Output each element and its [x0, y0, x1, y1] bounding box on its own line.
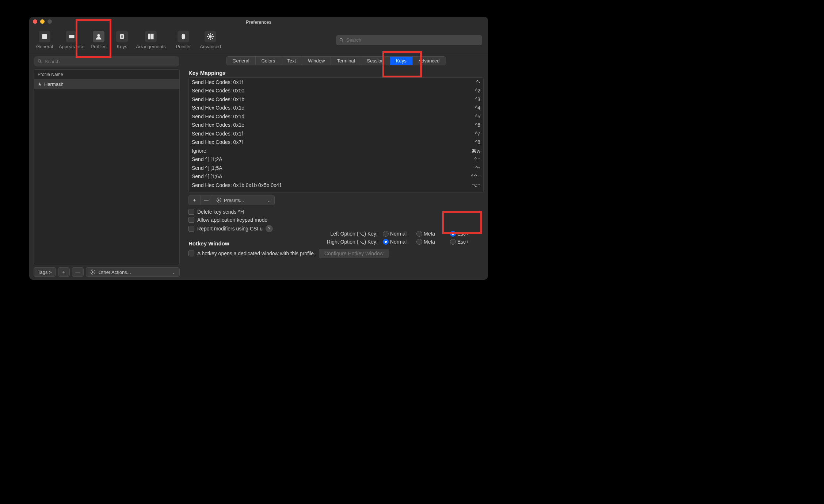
toolbar-profiles[interactable]: Profiles	[86, 31, 111, 49]
mapping-shortcut: ⌥↑	[472, 182, 480, 188]
svg-line-16	[212, 34, 213, 35]
key-mappings-list[interactable]: Send Hex Codes: 0x1f^-Send Hex Codes: 0x…	[188, 77, 484, 193]
delete-sends-h-checkbox[interactable]: Delete key sends ^H	[188, 209, 484, 215]
tags-label: Tags >	[38, 270, 52, 275]
mapping-row[interactable]: Send Hex Codes: 0x1e^6	[189, 121, 483, 130]
mapping-row[interactable]: Send ^[ [1;6A^⇧↑	[189, 172, 483, 181]
sidebar-bottombar: Tags > ＋ — Other Actions... ⌄	[34, 267, 180, 277]
mapping-row[interactable]: Send ^[ [1;5A^↑	[189, 164, 483, 172]
toolbar-label: Arrangements	[136, 44, 166, 49]
remove-mapping-button[interactable]: —	[201, 195, 212, 205]
checkbox-icon	[188, 251, 194, 256]
tab-general[interactable]: General	[226, 57, 255, 65]
tab-keys[interactable]: Keys	[390, 57, 413, 65]
toolbar-appearance[interactable]: Appearance	[59, 31, 84, 49]
tab-colors[interactable]: Colors	[256, 57, 282, 65]
content: Profile Name ★ Harmash Tags > ＋ — Other …	[29, 53, 488, 280]
toolbar-arrangements[interactable]: Arrangements	[133, 31, 169, 49]
remove-profile-button[interactable]: —	[72, 267, 84, 277]
chevron-down-icon: ⌄	[172, 270, 176, 275]
window-title: Preferences	[246, 19, 271, 25]
tab-text[interactable]: Text	[281, 57, 302, 65]
main-panel: General Colors Text Window Terminal Sess…	[182, 53, 488, 280]
mapping-row[interactable]: Send Hex Codes: 0x1b 0x1b 0x5b 0x41⌥↑	[189, 181, 483, 190]
radio-label: Meta	[424, 231, 435, 237]
mapping-row[interactable]: Send Hex Codes: 0x7f^8	[189, 138, 483, 147]
svg-rect-0	[42, 34, 47, 39]
svg-text:⌘: ⌘	[121, 35, 123, 38]
search-icon	[339, 38, 344, 43]
tab-session[interactable]: Session	[361, 57, 390, 65]
close-window-button[interactable]	[33, 19, 37, 24]
profile-search-input[interactable]	[45, 59, 176, 64]
right-option-meta[interactable]: Meta	[416, 239, 447, 245]
sidebar: Profile Name ★ Harmash Tags > ＋ — Other …	[33, 53, 182, 280]
toolbar-keys[interactable]: ⌘ Keys	[113, 31, 131, 49]
minimize-window-button[interactable]	[40, 19, 45, 24]
tab-advanced[interactable]: Advanced	[413, 57, 446, 65]
left-option-escplus[interactable]: Esc+	[450, 231, 481, 237]
gear-icon	[216, 197, 222, 203]
toolbar-label: Keys	[117, 44, 127, 49]
radio-icon	[416, 231, 422, 237]
add-mapping-button[interactable]: ＋	[189, 195, 201, 205]
mapping-row[interactable]: Ignore⌘w	[189, 146, 483, 155]
mapping-row[interactable]: Send Hex Codes: 0x1f^-	[189, 78, 483, 87]
mapping-shortcut: ^4	[475, 105, 480, 111]
tab-window[interactable]: Window	[302, 57, 331, 65]
other-actions-dropdown[interactable]: Other Actions... ⌄	[86, 267, 180, 277]
add-profile-button[interactable]: ＋	[58, 267, 70, 277]
mapping-action: Send Hex Codes: 0x1c	[192, 105, 244, 111]
profile-table-header[interactable]: Profile Name	[34, 70, 179, 79]
presets-group: ＋ — Presets... ⌄	[188, 195, 275, 205]
svg-line-20	[41, 62, 42, 63]
help-icon[interactable]: ?	[266, 225, 273, 232]
toolbar: General Appearance Profiles ⌘ Keys Arran…	[29, 27, 488, 53]
right-option-label: Right Option (⌥) Key:	[327, 239, 378, 245]
left-option-normal[interactable]: Normal	[383, 231, 413, 237]
toolbar-general[interactable]: General	[32, 31, 57, 49]
toolbar-advanced[interactable]: Advanced	[198, 31, 223, 49]
profile-row[interactable]: ★ Harmash	[34, 79, 179, 89]
key-mappings-heading: Key Mappings	[188, 70, 484, 76]
mapping-action: Send Hex Codes: 0x1b 0x1b 0x5b 0x41	[192, 182, 282, 188]
tab-terminal[interactable]: Terminal	[331, 57, 361, 65]
mapping-action: Send Hex Codes: 0x1d	[192, 114, 244, 119]
presets-dropdown[interactable]: Presets... ⌄	[212, 195, 274, 205]
profiles-icon	[93, 31, 104, 42]
right-option-normal[interactable]: Normal	[383, 239, 413, 245]
svg-rect-5	[148, 34, 151, 39]
mapping-row[interactable]: Send Hex Codes: 0x1f^7	[189, 129, 483, 138]
mapping-action: Send Hex Codes: 0x00	[192, 88, 244, 93]
hotkey-checkbox[interactable]: A hotkey opens a dedicated window with t…	[188, 251, 315, 256]
tags-button[interactable]: Tags >	[34, 267, 56, 277]
profile-table: Profile Name ★ Harmash	[34, 69, 180, 265]
toolbar-search[interactable]	[336, 35, 482, 45]
titlebar: Preferences	[29, 17, 488, 27]
mapping-shortcut: ⇧↑	[473, 156, 480, 162]
advanced-icon	[205, 31, 216, 42]
mapping-row[interactable]: Send Hex Codes: 0x1c^4	[189, 104, 483, 112]
mapping-row[interactable]: Send Hex Codes: 0x1b^3	[189, 95, 483, 104]
mapping-action: Send Hex Codes: 0x1e	[192, 122, 244, 128]
right-option-escplus[interactable]: Esc+	[450, 239, 481, 245]
mapping-row[interactable]: Send ^[ [1;2A⇧↑	[189, 155, 483, 164]
toolbar-pointer[interactable]: Pointer	[171, 31, 196, 49]
zoom-window-button[interactable]	[47, 19, 52, 24]
mapping-action: Ignore	[192, 148, 206, 154]
configure-hotkey-button: Configure Hotkey Window	[319, 249, 389, 258]
checkbox-label: Delete key sends ^H	[197, 209, 244, 215]
mapping-shortcut: ^-	[476, 79, 480, 85]
svg-line-13	[208, 34, 209, 35]
checkbox-label: A hotkey opens a dedicated window with t…	[197, 251, 315, 256]
mapping-action: Send Hex Codes: 0x1b	[192, 96, 244, 102]
profile-search[interactable]	[34, 56, 179, 66]
toolbar-search-input[interactable]	[346, 37, 479, 43]
left-option-meta[interactable]: Meta	[416, 231, 447, 237]
mapping-action: Send ^[ [1;6A	[192, 173, 222, 179]
left-option-label: Left Option (⌥) Key:	[330, 231, 378, 237]
allow-keypad-checkbox[interactable]: Allow application keypad mode	[188, 217, 484, 223]
mapping-row[interactable]: Send Hex Codes: 0x00^2	[189, 87, 483, 95]
mapping-action: Send ^[ [1;5A	[192, 165, 222, 171]
mapping-row[interactable]: Send Hex Codes: 0x1d^5	[189, 112, 483, 121]
